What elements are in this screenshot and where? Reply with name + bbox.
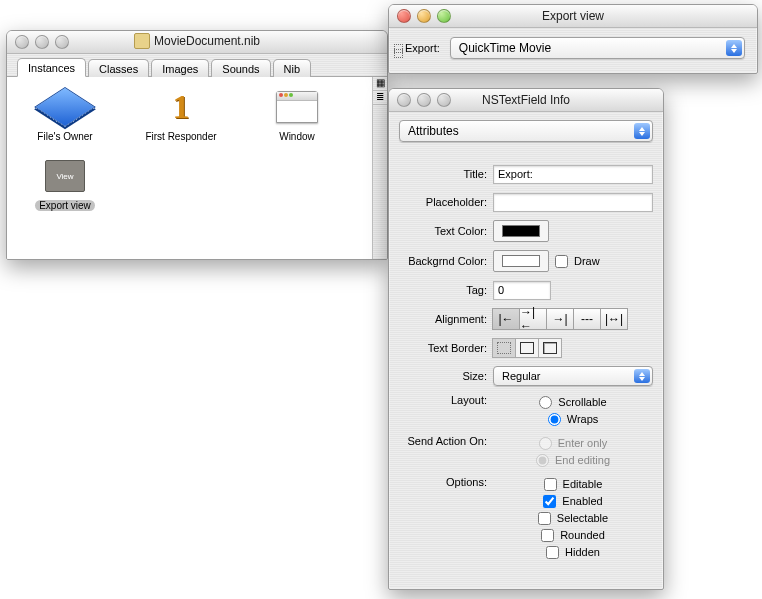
label-alignment: Alignment: (399, 313, 493, 325)
label-bg-color: Backgrnd Color: (399, 255, 493, 267)
nib-file-icon (134, 33, 150, 49)
bg-color-well[interactable] (493, 250, 549, 272)
option-hidden[interactable]: Hidden (546, 544, 600, 560)
size-value: Regular (502, 370, 541, 382)
text-border-segmented (493, 338, 562, 358)
item-label: Window (279, 131, 315, 142)
export-label[interactable]: Export: (401, 40, 444, 56)
item-files-owner[interactable]: File's Owner (15, 83, 115, 142)
item-label: First Responder (145, 131, 216, 142)
popup-arrows-icon (726, 40, 742, 56)
layout-scrollable-radio[interactable]: Scrollable (539, 394, 606, 410)
ib-window-title-text: MovieDocument.nib (154, 34, 260, 48)
draw-label: Draw (574, 255, 600, 267)
ib-icon-view[interactable]: File's Owner 1 First Responder Window Vi… (7, 77, 372, 260)
viewmode-icons-icon[interactable]: ▦ (373, 77, 387, 91)
export-format-popup[interactable]: QuickTime Movie (450, 37, 745, 59)
export-label-text: Export: (405, 42, 440, 54)
zoom-icon[interactable] (437, 93, 451, 107)
info-section-value: Attributes (408, 124, 459, 138)
traffic-lights (389, 93, 451, 107)
border-none-icon (497, 342, 511, 354)
item-label: File's Owner (37, 131, 92, 142)
popup-arrows-icon (634, 369, 650, 383)
label-text-border: Text Border: (399, 342, 493, 354)
label-send-action: Send Action On: (399, 435, 493, 447)
tab-nib[interactable]: Nib (273, 59, 312, 77)
tab-instances[interactable]: Instances (17, 58, 86, 77)
align-justified-icon: |↔| (605, 312, 623, 326)
tab-classes[interactable]: Classes (88, 59, 149, 77)
border-line-icon (520, 342, 534, 354)
label-options: Options: (399, 476, 493, 488)
layout-wraps-radio[interactable]: Wraps (548, 411, 599, 427)
bg-color-swatch (502, 255, 540, 267)
cube-icon (41, 83, 89, 131)
info-section-popup[interactable]: Attributes (399, 120, 653, 142)
send-action-end-radio: End editing (536, 452, 610, 468)
tab-sounds[interactable]: Sounds (211, 59, 270, 77)
tab-images[interactable]: Images (151, 59, 209, 77)
info-panel-window: NSTextField Info Attributes Title: Place… (388, 88, 664, 590)
ib-viewmode-switcher: ▦ ≣ (372, 77, 387, 260)
text-color-well[interactable] (493, 220, 549, 242)
placeholder-field[interactable] (493, 193, 653, 212)
traffic-lights (7, 35, 69, 49)
export-body: Export: QuickTime Movie (389, 28, 757, 68)
traffic-lights (389, 9, 451, 23)
first-responder-icon: 1 (157, 83, 205, 131)
item-export-view[interactable]: View Export view (15, 152, 115, 211)
window-icon (273, 83, 321, 131)
align-natural-button[interactable]: --- (573, 308, 601, 330)
border-none-button[interactable] (492, 338, 516, 358)
align-center-button[interactable]: →|← (519, 308, 547, 330)
option-editable[interactable]: Editable (544, 476, 603, 492)
border-bezel-button[interactable] (538, 338, 562, 358)
viewmode-list-icon[interactable]: ≣ (373, 91, 387, 105)
minimize-icon[interactable] (417, 9, 431, 23)
minimize-icon[interactable] (35, 35, 49, 49)
label-layout: Layout: (399, 394, 493, 406)
tag-field[interactable] (493, 281, 551, 300)
close-icon[interactable] (15, 35, 29, 49)
ib-tabs: Instances Classes Images Sounds Nib (7, 54, 387, 77)
option-selectable[interactable]: Selectable (538, 510, 608, 526)
ib-titlebar[interactable]: MovieDocument.nib (7, 31, 387, 54)
draw-checkbox[interactable]: Draw (555, 253, 600, 269)
item-window[interactable]: Window (247, 83, 347, 142)
options-stack: Editable Enabled Selectable Rounded Hidd… (493, 476, 653, 560)
minimize-icon[interactable] (417, 93, 431, 107)
ib-document-window: MovieDocument.nib Instances Classes Imag… (6, 30, 388, 260)
export-titlebar[interactable]: Export view (389, 5, 757, 28)
label-placeholder: Placeholder: (399, 196, 493, 208)
item-label: Export view (35, 200, 95, 211)
align-left-button[interactable]: |← (492, 308, 520, 330)
align-justified-button[interactable]: |↔| (600, 308, 628, 330)
label-title: Title: (399, 168, 493, 180)
align-right-icon: →| (552, 312, 567, 326)
title-field[interactable] (493, 165, 653, 184)
label-text-color: Text Color: (399, 225, 493, 237)
alignment-segmented: |← →|← →| --- |↔| (493, 308, 628, 330)
zoom-icon[interactable] (437, 9, 451, 23)
send-action-enter-radio: Enter only (539, 435, 608, 451)
close-icon[interactable] (397, 93, 411, 107)
align-center-icon: →|← (520, 305, 546, 333)
popup-arrows-icon (634, 123, 650, 139)
info-body: Attributes Title: Placeholder: Text Colo… (389, 112, 663, 580)
size-popup[interactable]: Regular (493, 366, 653, 386)
item-first-responder[interactable]: 1 First Responder (131, 83, 231, 142)
border-bezel-icon (543, 342, 557, 354)
border-line-button[interactable] (515, 338, 539, 358)
align-left-icon: |← (498, 312, 513, 326)
close-icon[interactable] (397, 9, 411, 23)
align-right-button[interactable]: →| (546, 308, 574, 330)
label-size: Size: (399, 370, 493, 382)
info-titlebar[interactable]: NSTextField Info (389, 89, 663, 112)
option-enabled[interactable]: Enabled (543, 493, 602, 509)
option-rounded[interactable]: Rounded (541, 527, 605, 543)
label-tag: Tag: (399, 284, 493, 296)
export-view-window: Export view Export: QuickTime Movie (388, 4, 758, 74)
zoom-icon[interactable] (55, 35, 69, 49)
draw-checkbox-input[interactable] (555, 255, 568, 268)
